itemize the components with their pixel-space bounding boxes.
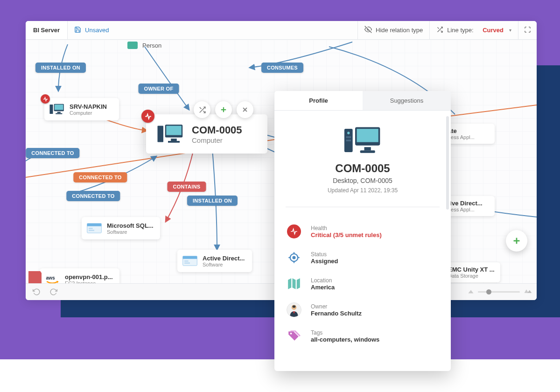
fullscreen-button[interactable] xyxy=(518,21,537,39)
relation-pill-connected-to-3[interactable]: CONNECTED TO xyxy=(66,191,120,201)
node-partial-application-2[interactable]: tive Direct... ness Appl... xyxy=(443,196,495,216)
target-icon xyxy=(286,249,302,266)
row-value: Critical (3/5 unmet rules) xyxy=(311,231,382,238)
node-focus-com-0005[interactable]: COM-0005 Computer xyxy=(146,114,267,154)
node-mssql[interactable]: Microsoft SQL... Software xyxy=(82,217,160,239)
chevron-down-icon: ▾ xyxy=(509,28,511,33)
svg-point-43 xyxy=(293,257,295,259)
add-button[interactable] xyxy=(215,101,232,118)
tags-icon xyxy=(286,328,302,344)
row-owner: Owner Fernando Schultz xyxy=(286,297,440,323)
svg-marker-50 xyxy=(297,278,300,289)
svg-rect-22 xyxy=(89,228,93,229)
relation-pill-installed-on-2[interactable]: INSTALLED ON xyxy=(187,196,238,206)
save-state[interactable]: Unsaved xyxy=(68,21,115,39)
node-sublabel: Data Storage xyxy=(448,273,495,279)
node-partial-application-1[interactable]: ate ness Appl... xyxy=(443,124,495,144)
profile-header: COM-0005 Desktop, COM-0005 Updated Apr 1… xyxy=(286,111,440,207)
relation-pill-contains[interactable]: CONTAINS xyxy=(167,182,206,192)
zoom-in-icon xyxy=(524,288,532,296)
row-value: America xyxy=(311,284,335,291)
focus-actions xyxy=(194,101,253,118)
profile-subtitle: Desktop, COM-0005 xyxy=(286,177,440,184)
node-srv-napkin[interactable]: SRV-NAPKIN Computer xyxy=(44,98,119,120)
shuffle-button[interactable] xyxy=(194,101,210,118)
node-openvpn[interactable]: aws openvpn-001.p... EC2 Instance xyxy=(40,268,119,283)
relation-pill-connected-to-2[interactable]: CONNECTED TO xyxy=(73,172,127,182)
svg-line-15 xyxy=(199,107,201,109)
tab-bi-server[interactable]: BI Server xyxy=(26,21,68,39)
node-active-directory[interactable]: Active Direct... Software xyxy=(177,250,252,272)
redo-button[interactable] xyxy=(47,286,59,298)
eye-off-icon xyxy=(364,26,372,35)
row-label: Status xyxy=(311,251,338,258)
profile-title: COM-0005 xyxy=(286,162,440,175)
row-tags: Tags all-computers, windows xyxy=(286,323,440,349)
save-label: Unsaved xyxy=(85,27,109,34)
line-type-selector[interactable]: Line type: Curved ▾ xyxy=(429,21,518,39)
row-label: Location xyxy=(311,277,335,284)
svg-point-52 xyxy=(290,333,292,335)
close-button[interactable] xyxy=(237,101,253,118)
svg-rect-12 xyxy=(168,141,180,143)
svg-marker-48 xyxy=(288,278,291,289)
svg-rect-23 xyxy=(89,230,94,231)
relation-pill-consumes[interactable]: CONSUMES xyxy=(261,63,303,73)
zoom-out-icon xyxy=(468,288,474,296)
row-label: Tags xyxy=(311,329,379,336)
svg-rect-37 xyxy=(346,140,351,141)
relation-pill-connected-to-1[interactable]: CONNECTED TO xyxy=(26,148,79,158)
relation-pill-owner-of[interactable]: OWNER OF xyxy=(139,84,179,94)
svg-marker-49 xyxy=(293,278,296,289)
add-node-fab[interactable] xyxy=(506,230,527,252)
node-emc-unity[interactable]: EMC Unity XT ... Data Storage xyxy=(443,262,500,282)
svg-rect-40 xyxy=(364,147,371,150)
node-label: tive Direct... xyxy=(448,200,483,207)
svg-rect-26 xyxy=(184,260,189,262)
svg-rect-10 xyxy=(166,126,182,135)
tab-profile[interactable]: Profile xyxy=(274,91,363,110)
svg-line-2 xyxy=(438,27,439,28)
node-label: Active Direct... xyxy=(203,255,245,262)
profile-panel: Profile Suggestions COM-0005 Desktop, CO… xyxy=(274,91,451,371)
tab-suggestions[interactable]: Suggestions xyxy=(363,91,451,110)
legend-person: Person xyxy=(127,42,161,49)
hide-relation-type-button[interactable]: Hide relation type xyxy=(357,21,429,39)
node-sublabel: Computer xyxy=(70,110,107,116)
profile-rows: Health Critical (3/5 unmet rules) Status… xyxy=(274,207,451,349)
profile-body: COM-0005 Desktop, COM-0005 Updated Apr 1… xyxy=(274,111,451,371)
row-value: Assigned xyxy=(311,258,338,265)
save-icon xyxy=(74,26,81,35)
fullscreen-icon xyxy=(524,26,531,35)
node-label: EMC Unity XT ... xyxy=(448,266,495,273)
svg-rect-8 xyxy=(158,126,164,142)
zoom-control[interactable] xyxy=(468,288,532,296)
profile-updated: Updated Apr 11 2022, 19:35 xyxy=(286,187,440,194)
health-badge-icon xyxy=(41,94,50,104)
toolbar: BI Server Unsaved Hide relation type Lin… xyxy=(26,21,537,40)
undo-button[interactable] xyxy=(30,286,42,298)
row-health: Health Critical (3/5 unmet rules) xyxy=(286,218,440,245)
zoom-slider[interactable] xyxy=(478,291,520,293)
svg-rect-6 xyxy=(57,112,61,113)
svg-rect-25 xyxy=(183,256,197,259)
node-label: Microsoft SQL... xyxy=(107,222,154,229)
node-sublabel: Software xyxy=(107,229,154,235)
person-label: Person xyxy=(142,42,161,49)
aws-icon: aws xyxy=(44,273,60,283)
hide-relation-label: Hide relation type xyxy=(376,27,423,34)
svg-rect-21 xyxy=(87,224,102,226)
software-icon xyxy=(86,221,102,235)
node-sublabel: ness Appl... xyxy=(448,134,475,140)
row-label: Owner xyxy=(311,303,362,310)
row-value: Fernando Schultz xyxy=(311,310,362,317)
health-icon xyxy=(286,223,302,240)
node-sublabel: ness Appl... xyxy=(448,207,483,212)
zoom-thumb[interactable] xyxy=(486,289,491,294)
node-sublabel: EC2 Instance xyxy=(65,280,113,284)
svg-marker-31 xyxy=(468,290,473,293)
node-label: COM-0005 xyxy=(192,124,242,136)
svg-marker-33 xyxy=(527,290,532,293)
relation-pill-installed-on[interactable]: INSTALLED ON xyxy=(35,63,86,73)
line-type-value: Curved xyxy=(483,27,504,34)
